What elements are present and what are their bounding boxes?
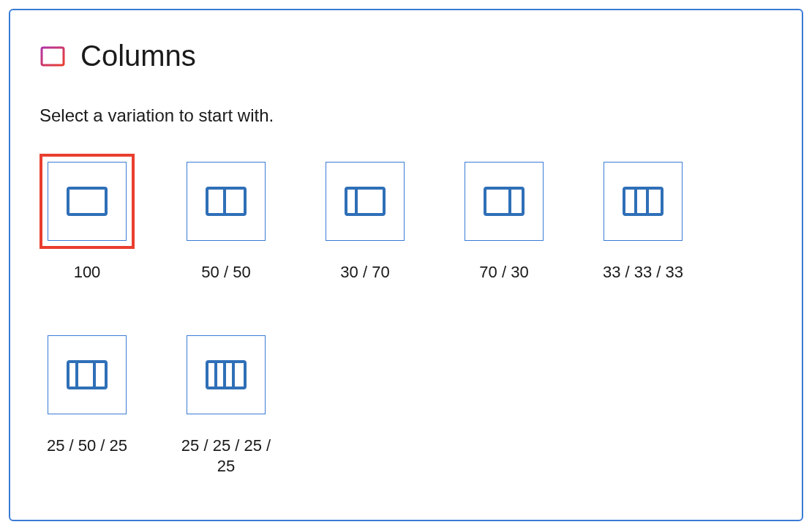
column-segment: [486, 190, 511, 213]
variation-tile: [326, 162, 405, 241]
variation-label: 100: [74, 262, 101, 283]
columns-layout-icon: [67, 187, 108, 216]
column-segment: [625, 190, 637, 213]
columns-block-placeholder: Columns Select a variation to start with…: [9, 9, 803, 521]
variation-label: 25 / 50 / 25: [47, 436, 127, 457]
variation-tile: [48, 335, 127, 414]
variation-label: 30 / 70: [340, 262, 389, 283]
column-segment: [511, 190, 522, 213]
variation-label: 50 / 50: [201, 262, 250, 283]
block-header: Columns: [40, 40, 772, 72]
column-segment: [217, 363, 226, 387]
variation-tile-frame: [317, 154, 413, 249]
variation-tile: [465, 162, 544, 241]
columns-layout-icon: [67, 360, 108, 389]
instruction-text: Select a variation to start with.: [40, 105, 772, 126]
variation-option[interactable]: 25 / 50 / 25: [40, 327, 135, 477]
variation-tile-frame: [178, 154, 274, 249]
variation-tile: [48, 162, 127, 241]
columns-layout-icon: [484, 187, 525, 216]
variation-tile-frame: [456, 154, 552, 249]
column-segment: [226, 190, 244, 213]
variation-option[interactable]: 30 / 70: [317, 154, 413, 283]
variation-label: 33 / 33 / 33: [603, 262, 683, 283]
variation-tile: [187, 162, 266, 241]
column-segment: [78, 363, 96, 387]
variation-tile-frame: [40, 327, 135, 422]
variation-tile-frame: [178, 327, 274, 422]
columns-layout-icon: [623, 187, 663, 216]
column-segment: [69, 363, 78, 387]
columns-layout-icon: [206, 187, 247, 216]
column-segment: [226, 363, 235, 387]
columns-layout-icon: [206, 360, 247, 389]
variation-tile-frame: [595, 154, 691, 249]
column-segment: [649, 190, 661, 213]
column-segment: [235, 363, 244, 387]
column-segment: [208, 190, 226, 213]
variation-tile: [187, 335, 266, 414]
column-segment: [347, 190, 358, 213]
column-segment: [96, 363, 105, 387]
variation-tile: [604, 162, 683, 241]
variation-option[interactable]: 100: [40, 154, 135, 283]
variation-label: 25 / 25 / 25 / 25: [178, 436, 274, 477]
variation-option[interactable]: 50 / 50: [178, 154, 274, 283]
column-segment: [358, 190, 383, 213]
variation-tile-frame: [40, 154, 135, 249]
column-segment: [69, 190, 105, 213]
variation-label: 70 / 30: [479, 262, 528, 283]
svg-rect-0: [42, 48, 64, 65]
variation-option[interactable]: 70 / 30: [456, 154, 552, 283]
block-title: Columns: [80, 40, 196, 72]
variation-option[interactable]: 33 / 33 / 33: [595, 154, 691, 283]
skip-button[interactable]: Skip: [45, 521, 97, 530]
column-segment: [637, 190, 649, 213]
columns-icon: [40, 43, 66, 70]
column-segment: [208, 363, 217, 387]
columns-layout-icon: [345, 187, 386, 216]
variation-list: 10050 / 5030 / 7070 / 3033 / 33 / 3325 /…: [40, 154, 772, 477]
variation-option[interactable]: 25 / 25 / 25 / 25: [178, 327, 274, 477]
